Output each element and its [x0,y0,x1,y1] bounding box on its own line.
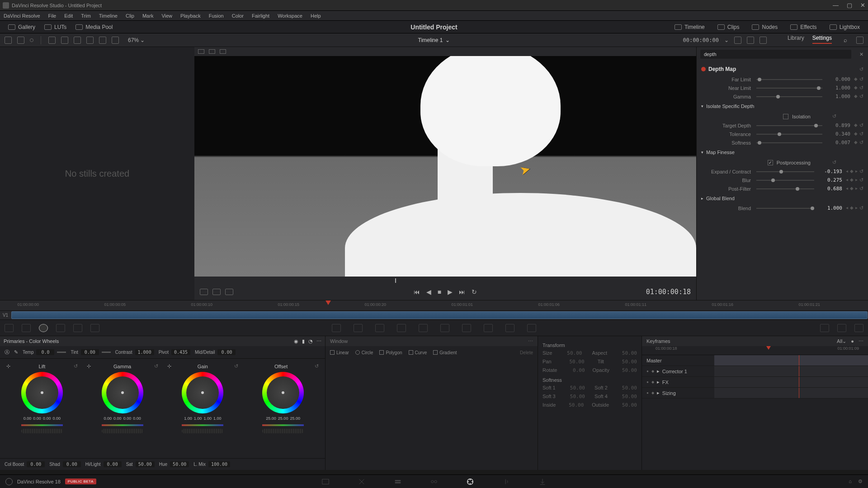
reset-icon[interactable]: ↺ [859,140,863,145]
near-limit-value[interactable]: 1.000 [828,85,850,91]
reset-gamma-icon[interactable]: ↺ [154,363,158,369]
transport-timecode[interactable]: 01:00:00:18 [646,288,691,296]
keyframe-icon[interactable]: ◆ [850,186,854,192]
gain-master-wheel[interactable] [182,429,223,433]
page-fairlight[interactable] [502,478,511,486]
menu-playback[interactable]: Playback [180,13,201,19]
keyframe-icon[interactable]: ◆ [850,177,854,183]
gain-wheel[interactable] [182,372,223,413]
wipe-icon[interactable] [212,289,221,295]
next-keyframe-icon[interactable]: ▸ [855,186,858,192]
wheels-mode-icon[interactable]: ◉ [294,338,298,344]
menu-davinci[interactable]: DaVinci Resolve [4,13,40,19]
gamma-value[interactable]: 1.000 [828,94,850,99]
gamma-wheel[interactable] [102,372,143,413]
tolerance-slider[interactable] [756,134,822,135]
outside-value[interactable]: 50.00 [617,402,637,408]
mediapool-toggle[interactable]: Media Pool [73,23,115,31]
lmix-value[interactable]: 100.00 [208,461,230,467]
menu-fusion[interactable]: Fusion [209,13,224,19]
menu-trim[interactable]: Trim [81,13,91,19]
menu-help[interactable]: Help [311,13,321,19]
still-play-icon[interactable] [17,37,24,44]
options-icon[interactable] [112,37,119,44]
keyframe-icon[interactable]: ◆ [854,85,858,91]
menu-clip[interactable]: Clip [126,13,134,19]
search-icon[interactable]: ⌕ [844,37,851,43]
search-gallery-icon[interactable] [86,37,94,44]
page-color[interactable] [466,478,475,486]
luts-toggle[interactable]: LUTs [42,23,69,31]
target-depth-value[interactable]: 0.899 [828,122,850,128]
offset-master-wheel[interactable] [262,429,304,433]
keyframe-panel-icon[interactable] [820,324,829,332]
menu-edit[interactable]: Edit [64,13,73,19]
kf-row-master[interactable]: Master [642,358,714,363]
keyframe-icon[interactable]: ◆ [854,131,858,137]
tilt-value[interactable]: 50.00 [617,359,637,365]
menu-mark[interactable]: Mark [142,13,153,19]
options-icon[interactable]: ⋯ [528,338,533,344]
mute-icon[interactable] [225,289,233,295]
page-media[interactable] [321,478,330,486]
temp-value[interactable]: 0.0 [36,349,54,355]
viewer-timecode[interactable]: 00:00:00:00 [683,37,718,43]
menu-color[interactable]: Color [232,13,244,19]
contrast-value[interactable]: 1.000 [135,349,154,355]
still-grab-icon[interactable] [5,37,12,44]
prev-keyframe-icon[interactable]: ◂ [846,177,848,183]
lift-master-wheel[interactable] [21,429,63,433]
gamma-master-wheel[interactable] [102,429,143,433]
kf-playhead[interactable] [766,346,771,350]
keyframe-icon[interactable]: ◆ [850,169,854,174]
keyframe-icon[interactable]: ◆ [854,76,858,82]
menu-fairlight[interactable]: Fairlight [252,13,269,19]
playhead[interactable] [326,300,331,305]
global-blend-header[interactable]: ▸Global Blend [701,193,863,204]
prev-keyframe-icon[interactable]: ◂ [846,186,848,192]
timeline-toggle[interactable]: Timeline [672,23,708,31]
reset-gain-icon[interactable]: ↺ [234,363,238,369]
hdr-wheels-icon[interactable] [56,324,65,332]
auto-balance-icon[interactable]: Ⓐ [5,349,9,356]
reset-icon[interactable]: ↺ [832,113,836,119]
gallery-toggle[interactable]: Gallery [5,23,38,31]
reset-icon[interactable]: ↺ [859,85,863,91]
soft3-value[interactable]: 50.00 [565,394,585,399]
aspect-value[interactable]: 50.00 [617,350,637,356]
finesse-section-header[interactable]: ▾Map Finesse [701,147,863,158]
qualifier-icon[interactable] [375,324,384,332]
color-wheels-icon[interactable] [39,324,48,332]
tolerance-value[interactable]: 0.340 [828,131,850,137]
magic-mask-icon[interactable] [440,324,449,332]
record-kf-icon[interactable]: ● [851,338,854,344]
blur-icon[interactable] [462,324,471,332]
reset-icon[interactable]: ↺ [859,76,863,82]
reset-icon[interactable]: ↺ [859,131,863,137]
reset-icon[interactable]: ↺ [859,186,863,192]
hilight-value[interactable]: 0.00 [104,461,122,467]
kf-row-fx[interactable]: ●◆▸FX [642,379,714,385]
effects-toggle[interactable]: Effects [788,23,819,31]
loop-button[interactable]: ↻ [472,288,477,296]
fullscreen-icon[interactable] [747,37,754,44]
middetail-value[interactable]: 0.00 [217,349,236,355]
viewer-mode-icon[interactable] [198,49,204,54]
hue-value[interactable]: 50.00 [170,461,189,467]
rotate-value[interactable]: 0.00 [565,367,585,373]
page-cut[interactable] [357,478,366,486]
keyframe-icon[interactable]: ◆ [854,122,858,128]
page-edit[interactable] [393,478,402,486]
viewer-canvas[interactable]: ➤ [194,56,696,277]
lift-wheel[interactable] [21,372,63,413]
pan-value[interactable]: 50.00 [565,359,585,365]
soft1-value[interactable]: 50.00 [565,385,585,391]
offset-wheel[interactable] [262,372,304,413]
polygon-shape-button[interactable]: Polygon [379,350,402,355]
keyframe-icon[interactable]: ◆ [850,205,854,211]
keyframes-filter[interactable]: All [837,338,842,344]
gamma-slider[interactable] [756,96,822,97]
key-icon[interactable] [484,324,493,332]
chevron-down-icon[interactable]: ⌄ [445,37,450,43]
reset-offset-icon[interactable]: ↺ [315,363,319,369]
